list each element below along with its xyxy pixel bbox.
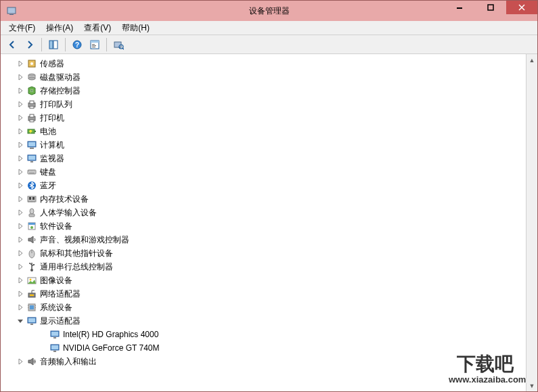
menu-file[interactable]: 文件(F) [3, 21, 41, 35]
svg-rect-75 [30, 324, 33, 325]
sensor-icon [26, 58, 37, 69]
svg-rect-72 [35, 307, 36, 308]
minimize-button[interactable] [444, 1, 475, 14]
svg-point-61 [29, 263, 30, 264]
svg-rect-10 [92, 44, 95, 45]
svg-rect-49 [34, 201, 35, 202]
expand-icon[interactable] [16, 127, 25, 136]
expand-icon[interactable] [16, 276, 25, 285]
expand-icon[interactable] [16, 100, 25, 109]
tree-device[interactable]: Intel(R) HD Graphics 4000 [2, 328, 524, 341]
svg-rect-2 [457, 7, 462, 9]
window-title: 设备管理器 [249, 5, 290, 17]
tree-category[interactable]: 鼠标和其他指针设备 [2, 246, 524, 260]
expand-icon[interactable] [16, 289, 25, 299]
category-label: 键盘 [40, 167, 56, 178]
tree-category[interactable]: 传感器 [2, 57, 524, 70]
tree-category[interactable]: 蓝牙 [2, 179, 524, 192]
display-icon [49, 329, 60, 340]
expand-icon[interactable] [16, 154, 25, 163]
back-button[interactable] [5, 37, 20, 52]
tree-category[interactable]: 人体学输入设备 [2, 206, 524, 219]
scroll-up-button[interactable]: ▲ [526, 54, 537, 66]
tree-category[interactable]: 内存技术设备 [2, 192, 524, 206]
category-label: 鼠标和其他指针设备 [40, 248, 113, 259]
tree-category[interactable]: 网络适配器 [2, 287, 524, 301]
hid-icon [26, 207, 37, 218]
titlebar[interactable]: 设备管理器 [1, 1, 537, 21]
tree-category[interactable]: 显示适配器 [2, 314, 524, 328]
tree-category[interactable]: 通用串行总线控制器 [2, 260, 524, 274]
expand-icon[interactable] [16, 262, 25, 271]
sound-icon [26, 234, 37, 245]
tree-category[interactable]: 软件设备 [2, 219, 524, 233]
tree-device[interactable]: NVIDIA GeForce GT 740M [2, 341, 524, 355]
menu-help[interactable]: 帮助(H) [116, 21, 155, 35]
expand-icon[interactable] [16, 72, 25, 82]
category-label: 打印队列 [40, 99, 72, 110]
tree-category[interactable]: 打印机 [2, 111, 524, 125]
svg-point-17 [30, 62, 33, 65]
expand-icon[interactable] [16, 181, 25, 190]
tree-category[interactable]: 图像设备 [2, 274, 524, 287]
svg-line-15 [122, 48, 124, 49]
svg-rect-38 [30, 171, 30, 171]
keyboard-icon [26, 167, 37, 177]
storage-icon [26, 85, 37, 96]
battery-icon [26, 126, 37, 137]
expand-icon[interactable] [16, 357, 25, 366]
software-icon [26, 221, 37, 232]
expand-icon[interactable] [16, 208, 25, 217]
category-label: 存储控制器 [40, 85, 81, 97]
image-icon [26, 275, 37, 286]
category-label: 网络适配器 [40, 288, 81, 300]
tree-category[interactable]: 磁盘驱动器 [2, 70, 524, 84]
tree-category[interactable]: 声音、视频和游戏控制器 [2, 233, 524, 246]
expand-icon[interactable] [16, 86, 25, 95]
show-hide-tree-button[interactable] [46, 37, 61, 52]
forward-button[interactable] [22, 37, 37, 52]
expand-icon[interactable] [16, 167, 25, 177]
tree-category[interactable]: 监视器 [2, 152, 524, 165]
expand-icon[interactable] [16, 235, 25, 244]
content-area: 传感器磁盘驱动器存储控制器打印队列打印机电池计算机监视器键盘蓝牙内存技术设备人体… [1, 54, 537, 391]
svg-rect-9 [91, 41, 99, 43]
svg-rect-26 [30, 114, 34, 117]
tree-category[interactable]: 存储控制器 [2, 84, 524, 97]
expand-icon[interactable] [16, 221, 25, 231]
device-tree[interactable]: 传感器磁盘驱动器存储控制器打印队列打印机电池计算机监视器键盘蓝牙内存技术设备人体… [1, 54, 526, 391]
svg-rect-40 [32, 171, 33, 171]
tree-category[interactable]: 电池 [2, 125, 524, 138]
expand-icon[interactable] [16, 194, 25, 204]
expand-icon[interactable] [16, 113, 25, 123]
scroll-down-button[interactable]: ▼ [526, 380, 537, 391]
svg-rect-51 [32, 197, 35, 200]
menu-action[interactable]: 操作(A) [41, 21, 79, 35]
help-button[interactable]: ? [70, 37, 85, 52]
svg-rect-46 [30, 201, 30, 202]
network-icon [26, 288, 37, 299]
expand-icon[interactable] [16, 59, 25, 68]
tree-category[interactable]: 打印队列 [2, 97, 524, 111]
scan-hardware-button[interactable] [111, 37, 126, 52]
tree-category[interactable]: 系统设备 [2, 301, 524, 314]
tree-category[interactable]: 计算机 [2, 138, 524, 152]
toolbar-separator [106, 38, 107, 51]
vertical-scrollbar[interactable]: ▲ ▼ [526, 54, 537, 391]
close-button[interactable] [506, 1, 537, 14]
tree-category[interactable]: 音频输入和输出 [2, 355, 524, 368]
maximize-button[interactable] [475, 1, 506, 14]
svg-rect-74 [28, 318, 35, 322]
svg-rect-0 [7, 7, 16, 14]
properties-button[interactable] [87, 37, 102, 52]
menu-view[interactable]: 查看(V) [79, 21, 116, 35]
expand-icon[interactable] [16, 140, 25, 150]
expand-icon[interactable] [16, 303, 25, 312]
collapse-icon[interactable] [16, 316, 25, 326]
usb-icon [26, 261, 37, 272]
svg-rect-11 [92, 45, 96, 46]
expand-icon[interactable] [16, 248, 25, 258]
svg-rect-24 [30, 106, 34, 108]
category-label: 音频输入和输出 [40, 356, 97, 368]
tree-category[interactable]: 键盘 [2, 165, 524, 179]
